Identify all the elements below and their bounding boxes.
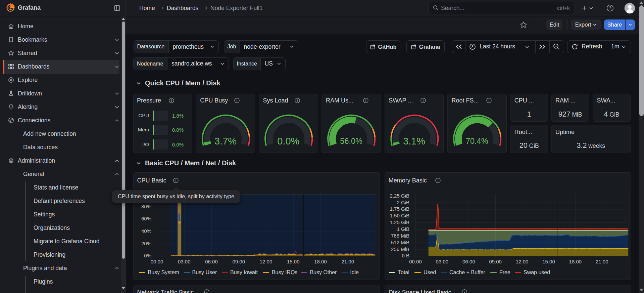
svg-text:?: ?	[609, 6, 611, 10]
